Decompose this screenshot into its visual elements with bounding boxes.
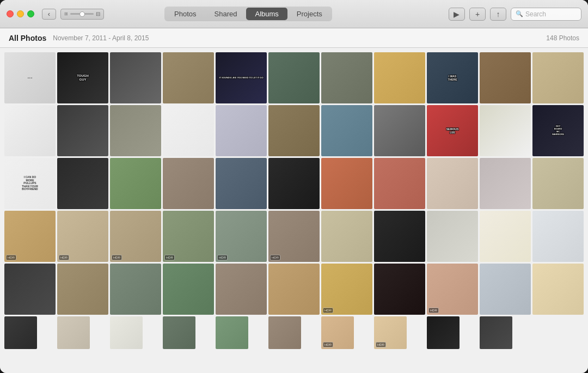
photo-item[interactable]: HDR — [57, 211, 108, 262]
photo-item[interactable] — [480, 264, 531, 315]
photo-item[interactable] — [4, 264, 56, 315]
photo-item[interactable] — [163, 105, 214, 156]
photo-item[interactable] — [216, 264, 267, 315]
photo-item[interactable] — [163, 264, 214, 315]
photo-item[interactable]: TOUGHGUY — [57, 52, 108, 103]
tab-photos[interactable]: Photos — [166, 8, 205, 20]
photo-item[interactable]: HDR — [374, 316, 407, 349]
zoom-slider[interactable]: ⊞ ⊟ — [60, 9, 104, 20]
hdr-badge: HDR — [164, 255, 175, 260]
plus-icon: + — [475, 10, 480, 19]
tab-shared[interactable]: Shared — [206, 8, 246, 20]
photos-grid: • • • TOUGHGUY IT SOUNDS LIKE YOU NEED T… — [4, 52, 584, 349]
hdr-badge: HDR — [376, 342, 386, 347]
photo-item[interactable] — [268, 105, 320, 156]
play-icon: ▶ — [454, 10, 460, 19]
photo-item[interactable] — [57, 105, 108, 156]
tab-albums[interactable]: Albums — [246, 8, 287, 20]
photo-item[interactable]: • • • — [4, 52, 56, 103]
photo-item[interactable]: HDR — [4, 211, 56, 262]
photo-item[interactable] — [374, 158, 425, 209]
photo-item[interactable]: I WASTHERE — [427, 52, 478, 103]
photo-item[interactable] — [427, 158, 478, 209]
photo-item[interactable] — [110, 105, 161, 156]
tab-group: Photos Shared Albums Projects — [164, 7, 332, 21]
hdr-badge: HDR — [112, 255, 122, 260]
search-box[interactable]: 🔍 Search — [511, 8, 581, 21]
photo-item[interactable] — [216, 105, 267, 156]
photo-item[interactable] — [321, 105, 372, 156]
photo-item[interactable] — [374, 52, 425, 103]
subtitle-bar: All Photos November 7, 2011 - April 8, 2… — [0, 28, 588, 48]
photo-item[interactable] — [374, 211, 425, 262]
photo-item[interactable] — [532, 52, 584, 103]
photo-item[interactable] — [4, 105, 56, 156]
photo-item[interactable] — [4, 316, 37, 349]
photo-item[interactable]: HDR — [321, 264, 372, 315]
photo-item[interactable] — [321, 211, 372, 262]
photo-item[interactable]: SERIOUSLEE — [427, 105, 478, 156]
add-button[interactable]: + — [469, 8, 486, 21]
hdr-badge: HDR — [323, 342, 333, 347]
photo-item[interactable] — [374, 105, 425, 156]
photo-item[interactable] — [110, 52, 161, 103]
chevron-left-icon: ‹ — [48, 10, 50, 18]
photo-item[interactable]: I CAN DOMOREPULLUPSTHAN YOURBOYFRIEND — [4, 158, 56, 209]
play-button[interactable]: ▶ — [449, 8, 465, 21]
title-bar: ‹ ⊞ ⊟ Photos Shared Albums Projects ▶ + — [0, 0, 588, 28]
photo-item[interactable] — [480, 316, 512, 349]
photo-item[interactable]: HDR — [321, 316, 354, 349]
photo-item[interactable] — [163, 158, 214, 209]
photo-item[interactable] — [110, 264, 161, 315]
toolbar-right: ▶ + ↑ 🔍 Search — [449, 8, 581, 21]
photo-item[interactable] — [480, 211, 531, 262]
photo-item[interactable] — [321, 52, 372, 103]
photo-item[interactable] — [427, 316, 460, 349]
photo-item[interactable]: HDR — [427, 264, 478, 315]
photo-item[interactable] — [480, 105, 531, 156]
photo-item[interactable] — [216, 316, 248, 349]
photo-item[interactable] — [427, 211, 478, 262]
photo-item[interactable]: HDR — [110, 211, 161, 262]
photos-area[interactable]: • • • TOUGHGUY IT SOUNDS LIKE YOU NEED T… — [0, 48, 588, 373]
search-icon: 🔍 — [516, 10, 523, 17]
photo-item[interactable] — [268, 316, 301, 349]
all-photos-label: All Photos — [9, 34, 46, 42]
back-button[interactable]: ‹ — [42, 9, 56, 20]
photo-item[interactable] — [110, 158, 161, 209]
photo-item[interactable] — [57, 158, 108, 209]
photo-item[interactable] — [57, 316, 90, 349]
photo-item[interactable]: IT SOUNDS LIKE YOU NEED TO LET IT GO — [216, 52, 267, 103]
photo-item[interactable] — [268, 158, 320, 209]
share-button[interactable]: ↑ — [490, 8, 506, 21]
traffic-lights — [7, 10, 34, 17]
photo-item[interactable] — [480, 52, 531, 103]
photo-item[interactable] — [374, 264, 425, 315]
photo-item[interactable] — [110, 316, 143, 349]
photo-item[interactable] — [321, 158, 372, 209]
tab-projects[interactable]: Projects — [288, 8, 331, 20]
minimize-button[interactable] — [17, 10, 24, 17]
share-icon: ↑ — [496, 10, 500, 19]
close-button[interactable] — [7, 10, 14, 17]
photo-item[interactable] — [268, 52, 320, 103]
photo-item[interactable]: KEYBOARDMCWARRIORS — [532, 105, 584, 156]
photo-item[interactable] — [532, 158, 584, 209]
photo-item[interactable]: HDR — [268, 211, 320, 262]
slider-track — [70, 13, 94, 15]
photo-item[interactable]: HDR — [163, 211, 214, 262]
photo-item[interactable] — [57, 264, 108, 315]
photo-item[interactable] — [163, 316, 195, 349]
hdr-badge: HDR — [270, 255, 280, 260]
photo-item[interactable] — [216, 158, 267, 209]
grid-large-icon: ⊟ — [96, 11, 100, 17]
photo-item[interactable] — [268, 264, 320, 315]
search-placeholder: Search — [525, 10, 546, 18]
maximize-button[interactable] — [27, 10, 34, 17]
photo-item[interactable]: HDR — [216, 211, 267, 262]
photo-item[interactable] — [163, 52, 214, 103]
hdr-badge: HDR — [323, 308, 333, 313]
photo-item[interactable] — [532, 211, 584, 262]
photo-item[interactable] — [480, 158, 531, 209]
photo-item[interactable] — [532, 264, 584, 315]
